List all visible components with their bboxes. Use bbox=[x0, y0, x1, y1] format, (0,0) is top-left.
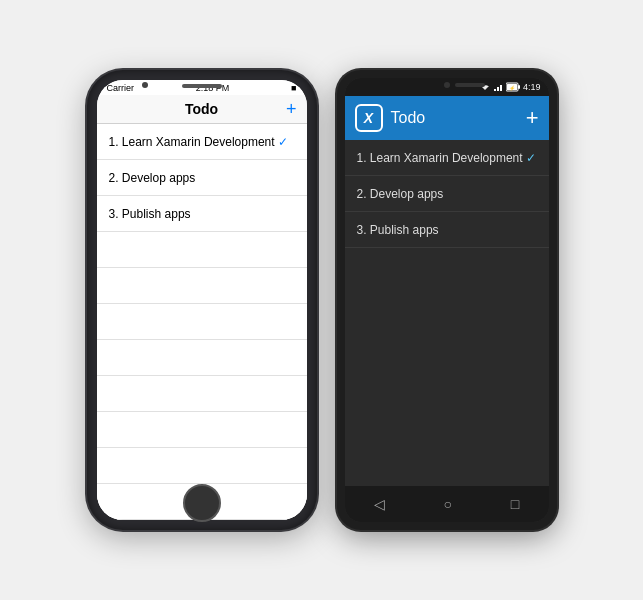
svg-rect-2 bbox=[494, 89, 496, 91]
android-battery-icon: ⚡ bbox=[506, 82, 520, 92]
android-item-2-label: 2. Develop apps bbox=[357, 187, 444, 201]
ios-empty-row-2 bbox=[97, 268, 307, 304]
android-list-item-2[interactable]: 2. Develop apps bbox=[345, 176, 549, 212]
ios-list-item-1[interactable]: 1. Learn Xamarin Development ✓ bbox=[97, 124, 307, 160]
ios-todo-list: 1. Learn Xamarin Development ✓ 2. Develo… bbox=[97, 124, 307, 520]
android-device: ⚡ 4:19 X Todo + 1. Learn Xamarin Develo bbox=[337, 70, 557, 530]
android-nav-bar: ◁ ○ □ bbox=[345, 486, 549, 522]
android-list-item-1[interactable]: 1. Learn Xamarin Development ✓ bbox=[345, 140, 549, 176]
android-camera bbox=[444, 82, 450, 88]
iphone-home-button[interactable] bbox=[183, 484, 221, 522]
android-speaker bbox=[455, 83, 485, 87]
svg-rect-6 bbox=[518, 85, 520, 89]
ios-carrier: Carrier bbox=[107, 83, 135, 93]
ios-battery: ■ bbox=[291, 83, 296, 93]
android-item-3-label: 3. Publish apps bbox=[357, 223, 439, 237]
ios-empty-row-4 bbox=[97, 340, 307, 376]
android-back-button[interactable]: ◁ bbox=[374, 496, 385, 512]
ios-nav-title: Todo bbox=[185, 101, 218, 117]
iphone-speaker bbox=[182, 84, 222, 88]
android-screen: ⚡ 4:19 X Todo + 1. Learn Xamarin Develo bbox=[345, 78, 549, 522]
android-toolbar-title: Todo bbox=[391, 109, 426, 127]
xamarin-logo-text: X bbox=[364, 110, 373, 126]
iphone-screen: Carrier 2:18 PM ■ Todo + 1. Learn Xamari… bbox=[97, 80, 307, 520]
ios-item-2-label: 2. Develop apps bbox=[109, 171, 196, 185]
ios-empty-row-5 bbox=[97, 376, 307, 412]
android-list-item-3[interactable]: 3. Publish apps bbox=[345, 212, 549, 248]
android-signal-icon bbox=[493, 82, 503, 92]
ios-navbar: Todo + bbox=[97, 95, 307, 124]
android-home-button[interactable]: ○ bbox=[444, 496, 452, 512]
svg-rect-3 bbox=[497, 87, 499, 91]
android-time: 4:19 bbox=[523, 82, 541, 92]
android-add-button[interactable]: + bbox=[526, 105, 539, 131]
android-item-1-label: 1. Learn Xamarin Development ✓ bbox=[357, 151, 536, 165]
ios-empty-row-3 bbox=[97, 304, 307, 340]
ios-add-button[interactable]: + bbox=[286, 99, 297, 120]
android-toolbar: X Todo + bbox=[345, 96, 549, 140]
phones-container: Carrier 2:18 PM ■ Todo + 1. Learn Xamari… bbox=[87, 70, 557, 530]
xamarin-logo: X bbox=[355, 104, 383, 132]
ios-empty-row-1 bbox=[97, 232, 307, 268]
ios-list-item-3[interactable]: 3. Publish apps bbox=[97, 196, 307, 232]
ios-empty-row-7 bbox=[97, 448, 307, 484]
iphone-device: Carrier 2:18 PM ■ Todo + 1. Learn Xamari… bbox=[87, 70, 317, 530]
android-recents-button[interactable]: □ bbox=[511, 496, 519, 512]
svg-text:⚡: ⚡ bbox=[509, 85, 516, 92]
android-todo-list: 1. Learn Xamarin Development ✓ 2. Develo… bbox=[345, 140, 549, 486]
ios-list-item-2[interactable]: 2. Develop apps bbox=[97, 160, 307, 196]
svg-rect-4 bbox=[500, 85, 502, 91]
android-status-icons: ⚡ 4:19 bbox=[480, 82, 541, 92]
android-toolbar-left: X Todo bbox=[355, 104, 426, 132]
ios-item-1-label: 1. Learn Xamarin Development ✓ bbox=[109, 135, 288, 149]
ios-item-3-label: 3. Publish apps bbox=[109, 207, 191, 221]
iphone-camera bbox=[142, 82, 148, 88]
ios-empty-row-6 bbox=[97, 412, 307, 448]
